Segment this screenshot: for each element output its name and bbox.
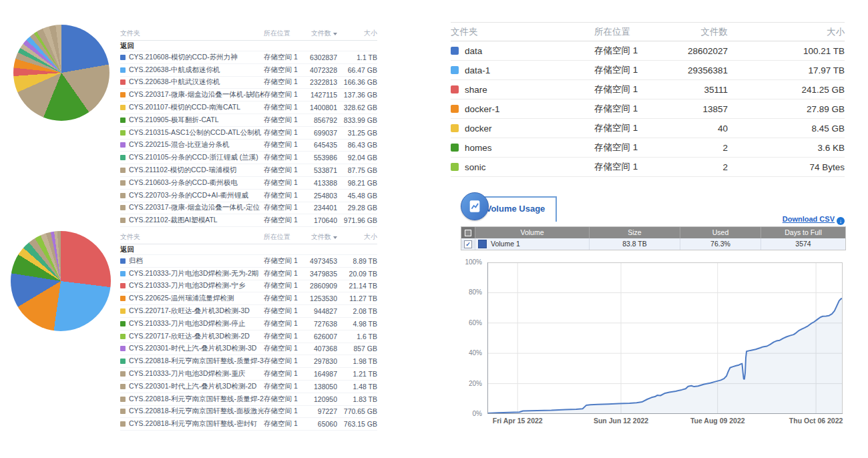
download-icon: ↓ bbox=[837, 217, 845, 225]
col-folder[interactable]: 文件夹 bbox=[120, 29, 264, 38]
x-axis-label: Fri Apr 15 2022 bbox=[493, 417, 543, 425]
folder-row[interactable]: CYS.201107-模切的CCD-南海CATL存储空间 11400801328… bbox=[120, 101, 377, 114]
volume-checkbox-cell: ✓ bbox=[461, 240, 475, 248]
volume-checkbox[interactable]: ✓ bbox=[464, 240, 472, 248]
folder-row[interactable]: data-1存储空间 12935638117.97 TB bbox=[451, 61, 845, 80]
folder-size: 1.6 TB bbox=[337, 332, 377, 340]
folder-location: 存储空间 1 bbox=[264, 153, 305, 162]
folder-row[interactable]: CYS.220301-时代上汽-叠片机3D检测-2D存储空间 11380501.… bbox=[120, 381, 377, 393]
folder-row[interactable]: CYS.210333-刀片电池3D焊检测-无为-2期存储空间 134798352… bbox=[120, 268, 377, 280]
folder-file-count: 413388 bbox=[305, 179, 337, 187]
folder-size: 74 Bytes bbox=[728, 162, 845, 172]
folder-row[interactable]: CYS.220317-微康-烟盒边沿叠一体机-缺陷检测存储空间 11427115… bbox=[120, 89, 377, 101]
folder-size: 100.21 TB bbox=[728, 46, 845, 56]
folder-file-count: 1253530 bbox=[305, 294, 337, 302]
volume-size: 83.8 TB bbox=[589, 238, 680, 250]
folder-row[interactable]: CYS.220818-利元亨南京国轩整线-质量焊-3D存储空间 12978301… bbox=[120, 355, 377, 368]
folder-file-count: 297830 bbox=[305, 357, 337, 365]
folder-row[interactable]: CYS.210333-刀片电池3D焊检测-停止存储空间 17276384.98 … bbox=[120, 318, 377, 330]
folder-row[interactable]: CYS.220215-混合-比亚迪分条机存储空间 164543586.43 GB bbox=[120, 140, 377, 152]
col-files[interactable]: 文件数 bbox=[305, 232, 337, 242]
folder-row[interactable]: docker-1存储空间 11385727.89 GB bbox=[451, 99, 845, 119]
folder-color-swatch bbox=[120, 55, 126, 60]
col-size[interactable]: Size bbox=[589, 227, 680, 238]
col-folder[interactable]: 文件夹 bbox=[120, 232, 264, 242]
folder-color-swatch bbox=[120, 271, 126, 276]
col-location[interactable]: 所在位置 bbox=[594, 26, 669, 38]
col-folder[interactable]: 文件夹 bbox=[451, 26, 594, 38]
col-files[interactable]: 文件数 bbox=[305, 29, 337, 38]
folder-row[interactable]: sonic存储空间 1274 Bytes bbox=[451, 158, 845, 177]
folder-name: CYS.210105-分条的CCD-浙江锂威 (兰溪) bbox=[120, 153, 264, 162]
folder-location: 存储空间 1 bbox=[264, 128, 305, 138]
folder-row[interactable]: CYS.220717-欣旺达-叠片机3D检测-2D存储空间 16260071.6… bbox=[120, 330, 377, 343]
folder-location: 存储空间 1 bbox=[594, 103, 669, 115]
folder-size: 29.28 GB bbox=[337, 204, 377, 212]
volume-row[interactable]: ✓ Volume 1 83.8 TB 76.3% 3574 bbox=[461, 238, 845, 250]
download-csv-link[interactable]: Download CSV↓ bbox=[761, 215, 845, 225]
folder-row[interactable]: CYS.210315-ASC1公制的CCD-ATL公制机存储空间 1699037… bbox=[120, 127, 377, 140]
folder-row[interactable]: CYS.210608-模切的CCD-苏州力神存储空间 163028371.1 T… bbox=[120, 51, 377, 64]
folder-row[interactable]: CYS.210905-极耳翻折-CATL存储空间 1856792833.99 G… bbox=[120, 114, 377, 127]
folder-row[interactable]: CYS.220638-中航成都迷你机存储空间 1407232866.47 GB bbox=[120, 64, 377, 77]
line-chart-page-icon bbox=[467, 199, 482, 214]
folder-color-swatch bbox=[451, 144, 459, 152]
back-row[interactable]: 返回 bbox=[120, 244, 377, 255]
folder-row[interactable]: CYS.210333-刀片电池3D焊检测-重庆存储空间 11649871.21 … bbox=[120, 368, 377, 381]
folder-name: CYS.210333-刀片电池3D焊检测-停止 bbox=[120, 319, 264, 328]
col-volume[interactable]: Volume bbox=[475, 227, 589, 238]
folder-row[interactable]: data存储空间 128602027100.21 TB bbox=[451, 41, 845, 61]
folder-row[interactable]: CYS.210105-分条的CCD-浙江锂威 (兰溪)存储空间 15539869… bbox=[120, 152, 377, 164]
col-location[interactable]: 所在位置 bbox=[264, 232, 305, 242]
col-used[interactable]: Used bbox=[680, 227, 761, 238]
folder-row[interactable]: CYS.220625-温州瑞浦流量焊检测存储空间 1125353011.27 T… bbox=[120, 292, 377, 305]
folder-color-swatch bbox=[120, 168, 126, 173]
folder-name: CYS.220638-中航成都迷你机 bbox=[120, 65, 264, 75]
folder-row[interactable]: CYS.220638-中航武汉迷你机存储空间 12322813166.36 GB bbox=[120, 77, 377, 89]
folder-row[interactable]: CYS.220818-利元亨南京国轩整线-密封钉存储空间 165060763.1… bbox=[120, 418, 377, 431]
folder-color-swatch bbox=[120, 142, 126, 148]
x-axis-label: Tue Aug 09 2022 bbox=[690, 417, 745, 425]
folder-color-swatch bbox=[451, 163, 459, 171]
folder-row[interactable]: share存储空间 135111241.25 GB bbox=[451, 80, 845, 99]
folder-color-swatch bbox=[120, 205, 126, 210]
folder-row[interactable]: 归档存储空间 149734538.89 TB bbox=[120, 255, 377, 268]
folder-location: 存储空间 1 bbox=[264, 419, 305, 429]
folder-name: data bbox=[451, 46, 594, 56]
folder-file-count: 65060 bbox=[305, 420, 337, 428]
folder-row[interactable]: CYS.210333-刀片电池3D焊检测-宁乡存储空间 1286090921.1… bbox=[120, 280, 377, 293]
folder-row[interactable]: CYS.220317-微康-烟盒边沿叠一体机-定位存储空间 123440129.… bbox=[120, 202, 377, 215]
folder-row[interactable]: CYS.220818-利元亨南京国轩整线-质量焊-2D存储空间 11209501… bbox=[120, 393, 377, 406]
folder-size-pie-chart-1 bbox=[13, 25, 110, 121]
folder-location: 存储空间 1 bbox=[264, 369, 305, 379]
folder-location: 存储空间 1 bbox=[264, 407, 305, 416]
folder-location: 存储空间 1 bbox=[264, 382, 305, 391]
col-size[interactable]: 大小 bbox=[337, 232, 377, 242]
folder-row[interactable]: CYS.220717-欣旺达-叠片机3D检测-3D存储空间 19448272.0… bbox=[120, 305, 377, 318]
col-days-to-full[interactable]: Days to Full bbox=[761, 227, 845, 238]
folder-row[interactable]: docker存储空间 1408.45 GB bbox=[451, 119, 845, 138]
folder-row[interactable]: CYS.220301-时代上汽-叠片机3D检测-3D存储空间 140736885… bbox=[120, 343, 377, 356]
folder-color-swatch bbox=[120, 118, 126, 123]
folder-color-swatch bbox=[451, 47, 459, 55]
folder-file-count: 35111 bbox=[669, 85, 728, 95]
col-size[interactable]: 大小 bbox=[337, 29, 377, 38]
folder-row[interactable]: CYS.211102-模切的CCD-瑞浦模切存储空间 153387187.75 … bbox=[120, 164, 377, 177]
folder-row[interactable]: CYS.220703-分条的CCD+AI-衢州锂威存储空间 125480345.… bbox=[120, 190, 377, 202]
back-row[interactable]: 返回 bbox=[120, 41, 377, 51]
col-size[interactable]: 大小 bbox=[728, 26, 845, 38]
folder-row[interactable]: CYS.221102-裁图AI塑模ATL存储空间 1170640971.96 G… bbox=[120, 214, 377, 227]
folder-row[interactable]: homes存储空间 123.6 KB bbox=[451, 138, 845, 158]
table-header-row: 文件夹所在位置文件数大小 bbox=[451, 22, 845, 41]
folder-file-count: 626007 bbox=[305, 332, 337, 340]
folder-row[interactable]: CYS.220818-利元亨南京国轩整线-面板激光焊缝-...存储空间 1972… bbox=[120, 406, 377, 419]
shared-folder-table: 文件夹所在位置文件数大小data存储空间 128602027100.21 TBd… bbox=[451, 22, 845, 177]
folder-size: 166.36 GB bbox=[337, 78, 377, 86]
folder-file-count: 645435 bbox=[305, 141, 337, 149]
select-all-checkbox[interactable] bbox=[461, 227, 475, 238]
col-files[interactable]: 文件数 bbox=[669, 26, 728, 38]
col-location[interactable]: 所在位置 bbox=[264, 29, 305, 38]
folder-row[interactable]: CYS.210603-分条的CCD-衢州极电存储空间 141338898.21 … bbox=[120, 177, 377, 190]
y-axis-label: 80% bbox=[469, 288, 482, 296]
folder-name: CYS.220317-微康-烟盒边沿叠一体机-缺陷检测 bbox=[120, 90, 264, 99]
